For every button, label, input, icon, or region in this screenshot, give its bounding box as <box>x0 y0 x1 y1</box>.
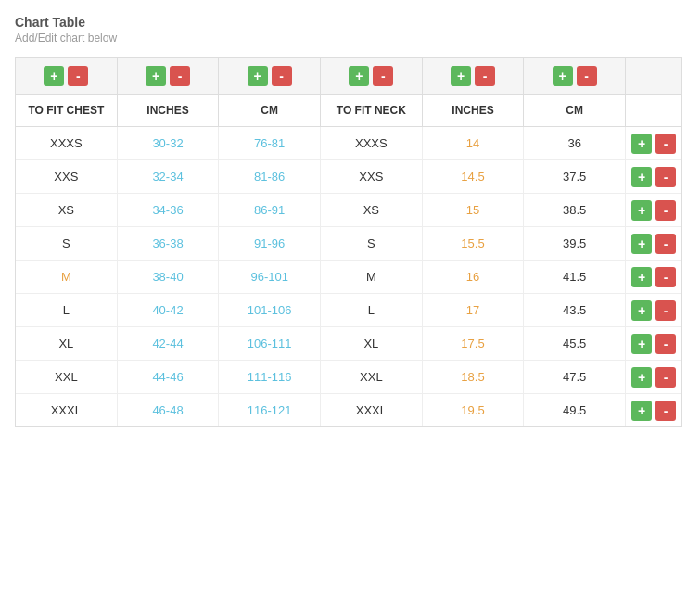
remove-row-8[interactable]: - <box>655 401 676 421</box>
table-row: XXXS 30-32 76-81 XXXS 14 36 + - <box>16 127 681 160</box>
remove-col-6[interactable]: - <box>577 66 597 86</box>
remove-col-4[interactable]: - <box>373 66 393 86</box>
cell-inches-left: 34-36 <box>118 194 220 226</box>
cell-size-right: XXXS <box>321 127 423 159</box>
header-inches-left: INCHES <box>118 95 220 126</box>
add-row-1[interactable]: + <box>631 167 652 187</box>
cell-cm-left: 76-81 <box>219 127 321 159</box>
cell-inches-right: 14 <box>423 127 525 159</box>
cell-size-right: XXL <box>321 361 423 393</box>
remove-col-1[interactable]: - <box>68 66 88 86</box>
btn-cell-4: + - <box>321 58 423 94</box>
add-row-7[interactable]: + <box>631 367 652 388</box>
cell-row-actions: + - <box>626 261 681 293</box>
header-cm-left: CM <box>219 95 321 126</box>
cell-cm-left: 111-116 <box>219 361 321 393</box>
remove-row-2[interactable]: - <box>655 200 676 221</box>
remove-row-1[interactable]: - <box>655 167 676 187</box>
remove-row-4[interactable]: - <box>655 267 676 287</box>
add-row-2[interactable]: + <box>631 200 652 221</box>
cell-size-left: L <box>16 294 118 326</box>
add-col-4[interactable]: + <box>349 66 369 86</box>
cell-cm-left: 91-96 <box>219 227 321 260</box>
remove-row-7[interactable]: - <box>655 367 676 388</box>
cell-cm-right: 39.5 <box>524 227 626 260</box>
cell-size-left: XXXL <box>16 394 118 426</box>
table-row: XXXL 46-48 116-121 XXXL 19.5 49.5 + - <box>16 394 681 426</box>
cell-size-right: XXXL <box>321 394 423 426</box>
btn-row: + - + - + - + - + - + - <box>16 58 681 95</box>
cell-cm-left: 101-106 <box>219 294 321 326</box>
cell-inches-right: 17 <box>423 294 525 326</box>
cell-size-left: XS <box>16 194 118 226</box>
cell-inches-right: 15 <box>423 194 525 226</box>
add-row-4[interactable]: + <box>631 267 652 287</box>
cell-cm-right: 49.5 <box>524 394 626 426</box>
cell-inches-left: 44-46 <box>118 361 220 393</box>
remove-col-3[interactable]: - <box>272 66 292 86</box>
cell-size-left: XXXS <box>16 127 118 159</box>
remove-row-5[interactable]: - <box>655 300 676 321</box>
cell-size-left: M <box>16 261 118 293</box>
add-col-3[interactable]: + <box>248 66 268 86</box>
btn-cell-2: + - <box>118 58 220 94</box>
cell-size-right: S <box>321 227 423 260</box>
cell-cm-right: 38.5 <box>524 194 626 226</box>
remove-row-0[interactable]: - <box>655 134 676 154</box>
cell-inches-left: 36-38 <box>118 227 220 260</box>
cell-row-actions: + - <box>626 127 681 159</box>
cell-row-actions: + - <box>626 327 681 360</box>
data-rows: XXXS 30-32 76-81 XXXS 14 36 + - XXS 32-3… <box>16 127 681 426</box>
add-row-6[interactable]: + <box>631 334 652 354</box>
cell-size-right: XS <box>321 194 423 226</box>
cell-size-right: M <box>321 261 423 293</box>
cell-cm-left: 96-101 <box>219 261 321 293</box>
add-row-8[interactable]: + <box>631 401 652 421</box>
cell-size-right: L <box>321 294 423 326</box>
cell-inches-right: 17.5 <box>423 327 525 360</box>
remove-row-3[interactable]: - <box>655 234 676 254</box>
cell-inches-right: 14.5 <box>423 160 525 193</box>
table-row: M 38-40 96-101 M 16 41.5 + - <box>16 261 681 294</box>
cell-inches-left: 42-44 <box>118 327 220 360</box>
add-col-6[interactable]: + <box>553 66 573 86</box>
header-neck: TO FIT NECK <box>321 95 423 126</box>
table-row: XL 42-44 106-111 XL 17.5 45.5 + - <box>16 327 681 361</box>
cell-size-left: XL <box>16 327 118 360</box>
add-col-2[interactable]: + <box>146 66 166 86</box>
remove-col-2[interactable]: - <box>170 66 190 86</box>
header-inches-right: INCHES <box>423 95 525 126</box>
cell-cm-right: 36 <box>524 127 626 159</box>
cell-size-right: XL <box>321 327 423 360</box>
header-action <box>626 95 681 126</box>
table-row: XXS 32-34 81-86 XXS 14.5 37.5 + - <box>16 160 681 194</box>
add-row-3[interactable]: + <box>631 234 652 254</box>
cell-row-actions: + - <box>626 294 681 326</box>
remove-row-6[interactable]: - <box>655 334 676 354</box>
cell-inches-right: 18.5 <box>423 361 525 393</box>
table-row: L 40-42 101-106 L 17 43.5 + - <box>16 294 681 327</box>
cell-cm-left: 86-91 <box>219 194 321 226</box>
cell-row-actions: + - <box>626 194 681 226</box>
add-col-5[interactable]: + <box>451 66 471 86</box>
cell-cm-right: 45.5 <box>524 327 626 360</box>
cell-inches-left: 46-48 <box>118 394 220 426</box>
table-row: XS 34-36 86-91 XS 15 38.5 + - <box>16 194 681 227</box>
cell-size-right: XXS <box>321 160 423 193</box>
chart-container: + - + - + - + - + - + - TO FIT CHEST INC… <box>15 57 682 427</box>
btn-cell-3: + - <box>219 58 321 94</box>
cell-row-actions: + - <box>626 361 681 393</box>
cell-size-left: XXL <box>16 361 118 393</box>
remove-col-5[interactable]: - <box>475 66 495 86</box>
cell-inches-left: 38-40 <box>118 261 220 293</box>
table-row: XXL 44-46 111-116 XXL 18.5 47.5 + - <box>16 361 681 394</box>
add-row-0[interactable]: + <box>631 134 652 154</box>
cell-cm-right: 37.5 <box>524 160 626 193</box>
add-col-1[interactable]: + <box>44 66 64 86</box>
cell-cm-left: 116-121 <box>219 394 321 426</box>
cell-cm-left: 106-111 <box>219 327 321 360</box>
add-row-5[interactable]: + <box>631 300 652 321</box>
cell-inches-left: 30-32 <box>118 127 220 159</box>
cell-row-actions: + - <box>626 394 681 426</box>
btn-cell-action-header <box>626 58 681 94</box>
